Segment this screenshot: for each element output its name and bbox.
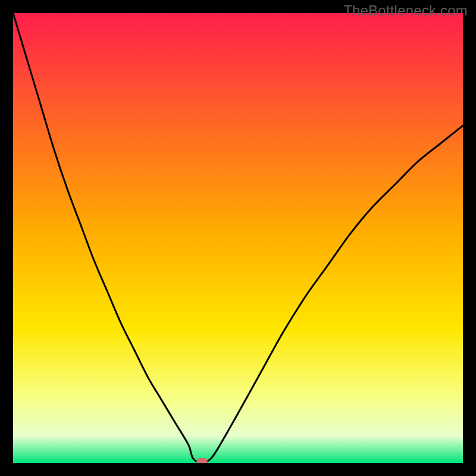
heatmap-background bbox=[13, 13, 463, 463]
chart-frame: TheBottleneck.com bbox=[0, 0, 476, 476]
plot-area bbox=[13, 13, 463, 463]
watermark-text: TheBottleneck.com bbox=[343, 2, 468, 19]
minimum-marker bbox=[197, 458, 208, 463]
bottleneck-chart bbox=[13, 13, 463, 463]
